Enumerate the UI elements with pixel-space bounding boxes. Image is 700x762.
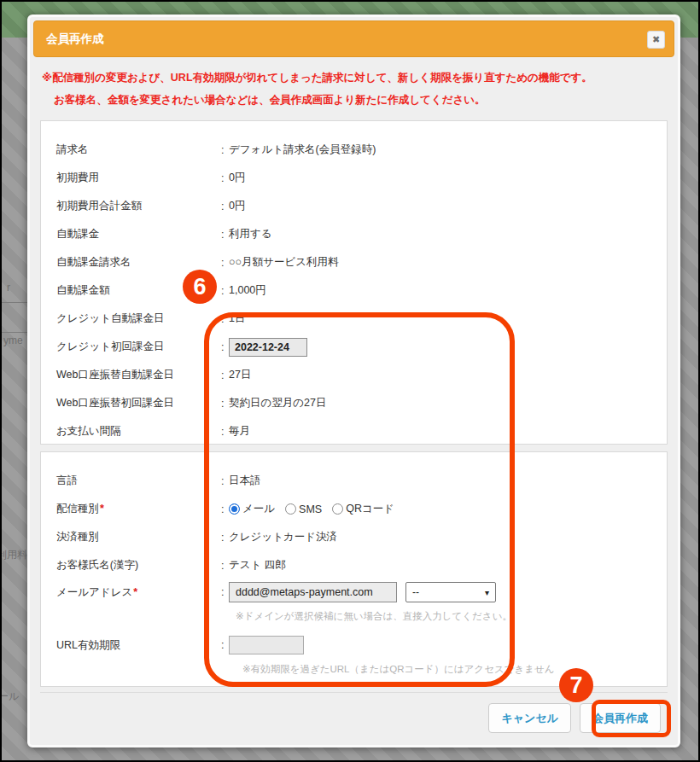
url-note-row: ※有効期限を過ぎたURL（またはQRコード）にはアクセスできません [56,658,667,680]
radio-selected-icon[interactable] [229,503,240,515]
url-expiry-input[interactable] [229,636,304,654]
cancel-button[interactable]: キャンセル [488,703,571,733]
background-text-fragment: 利用料 [0,548,27,562]
field-row-credit-auto-charge-day: クレジット自動課金日:1日 [56,305,667,333]
field-row-payment-interval: お支払い間隔:毎月 [56,417,667,445]
field-row-initial-fee: 初期費用:0円 [56,164,667,192]
field-row-initial-fee-total: 初期費用合計金額:0円 [56,192,667,220]
field-row-web-debit-first-charge-day: Web口座振替初回課金日:契約日の翌月の27日 [56,389,667,417]
domain-select-value: -- [412,586,419,598]
field-row-delivery-type: 配信種別*: メール SMS QRコード [56,495,667,523]
radio-option-qrcode[interactable]: QRコード [332,502,394,516]
close-icon[interactable]: ✖ [647,31,665,49]
warning-line-1: ※配信種別の変更および、URL有効期限が切れてしまった請求に対して、新しく期限を… [42,72,666,84]
domain-select[interactable]: -- ▾ [405,582,496,602]
email-input[interactable] [229,582,397,602]
member-recreate-dialog: 会員再作成 ✖ ※配信種別の変更および、URL有効期限が切れてしまった請求に対し… [27,15,680,747]
warning-line-2: お客様名、金額を変更されたい場合などは、会員作成画面より新たに作成してください。 [42,94,666,106]
dialog-footer: キャンセル 会員再作成 [40,692,668,745]
delivery-settings-panel: 言語:日本語 配信種別*: メール SMS QRコード 決済種別:クレジットカー… [40,451,668,687]
radio-option-sms[interactable]: SMS [285,503,322,515]
background-text-fragment: yme [3,334,23,346]
submit-recreate-button[interactable]: 会員再作成 [580,703,661,733]
radio-unselected-icon[interactable] [332,503,343,515]
email-domain-note: ※ドメインが選択候補に無い場合は、直接入力してください。 [236,610,512,623]
field-row-auto-charge: 自動課金:利用する [56,220,667,248]
field-row-billing-name: 請求名:デフォルト請求名(会員登録時) [56,136,667,164]
radio-unselected-icon[interactable] [285,503,296,515]
chevron-down-icon: ▾ [485,588,489,597]
background-text-fragment: ール [0,689,19,704]
field-row-language: 言語:日本語 [56,467,667,495]
field-row-customer-name: お客様氏名(漢字):テスト 四郎 [56,551,667,579]
email-note-row: ※ドメインが選択候補に無い場合は、直接入力してください。 [56,605,667,627]
credit-first-charge-date-input[interactable] [229,338,307,357]
field-row-auto-charge-amount: 自動課金額:1,000円 [56,276,667,305]
field-row-auto-charge-billing-name: 自動課金請求名:○○月額サービス利用料 [56,248,667,276]
required-mark: * [100,503,104,515]
warning-block: ※配信種別の変更および、URL有効期限が切れてしまった請求に対して、新しく期限を… [33,57,674,120]
field-row-web-debit-auto-charge-day: Web口座振替自動課金日:27日 [56,361,667,389]
field-row-url-expiry: URL有効期限: [56,632,667,658]
radio-option-mail[interactable]: メール [229,502,275,516]
field-row-email: メールアドレス*: -- ▾ [56,579,667,605]
dialog-title: 会員再作成 [34,32,104,47]
delivery-type-radio-group: メール SMS QRコード [229,502,401,516]
screenshot-root: r yme 利用料 ール 会員再作成 ✖ ※配信種別の変更および、URL有効期限… [0,0,700,762]
url-expiry-note: ※有効期限を過ぎたURL（またはQRコード）にはアクセスできません [242,663,555,676]
required-mark: * [133,586,137,598]
dialog-header: 会員再作成 ✖ [33,20,674,57]
billing-summary-panel: 請求名:デフォルト請求名(会員登録時) 初期費用:0円 初期費用合計金額:0円 … [40,120,668,445]
field-row-credit-first-charge-date: クレジット初回課金日: [56,333,667,361]
field-row-settlement-type: 決済種別:クレジットカード決済 [56,523,667,551]
background-text-fragment: r [7,282,10,294]
